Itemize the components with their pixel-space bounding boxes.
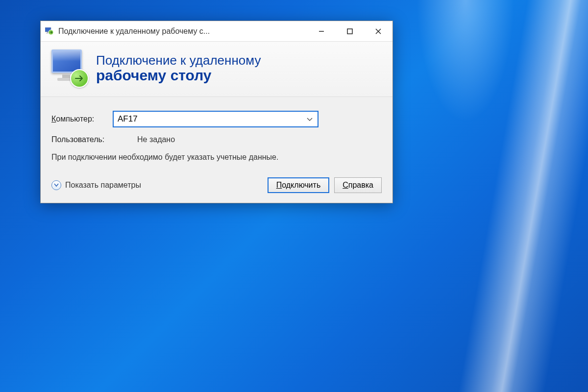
desktop-light-streak [441, 0, 588, 392]
computer-row: Компьютер: [51, 111, 382, 127]
show-options-label: Показать параметры [65, 181, 141, 190]
body-panel: Компьютер: Пользователь: Не задано При п… [41, 97, 392, 203]
app-icon-small [45, 26, 54, 36]
connect-button[interactable]: Подключить [268, 177, 329, 193]
window-controls [307, 21, 392, 41]
credentials-info: При подключении необходимо будет указать… [51, 152, 382, 163]
minimize-button[interactable] [307, 21, 336, 41]
help-button[interactable]: Справка [334, 177, 382, 193]
footer-row: Показать параметры Подключить Справка [51, 177, 382, 193]
user-value: Не задано [137, 135, 175, 144]
titlebar: Подключение к удаленному рабочему с... [41, 21, 392, 42]
user-label: Пользователь: [51, 135, 113, 144]
close-button[interactable] [364, 21, 392, 41]
app-icon-large [49, 49, 89, 88]
window-title: Подключение к удаленному рабочему с... [58, 27, 307, 36]
desktop-light-glow [416, 0, 514, 122]
header-text: Подключение к удаленному рабочему столу [96, 53, 261, 84]
show-options-toggle[interactable]: Показать параметры [51, 180, 263, 190]
svg-rect-5 [347, 29, 352, 34]
header-line2: рабочему столу [96, 67, 261, 84]
header-line1: Подключение к удаленному [96, 53, 261, 68]
rdp-dialog: Подключение к удаленному рабочему с... [40, 21, 393, 203]
computer-combobox[interactable] [113, 111, 318, 127]
header-panel: Подключение к удаленному рабочему столу [41, 42, 392, 97]
chevron-down-circle-icon [51, 180, 61, 190]
chevron-down-icon[interactable] [307, 114, 313, 124]
computer-label: Компьютер: [51, 115, 113, 123]
maximize-button[interactable] [336, 21, 364, 41]
computer-input[interactable] [118, 114, 314, 124]
user-row: Пользователь: Не задано [51, 135, 382, 144]
